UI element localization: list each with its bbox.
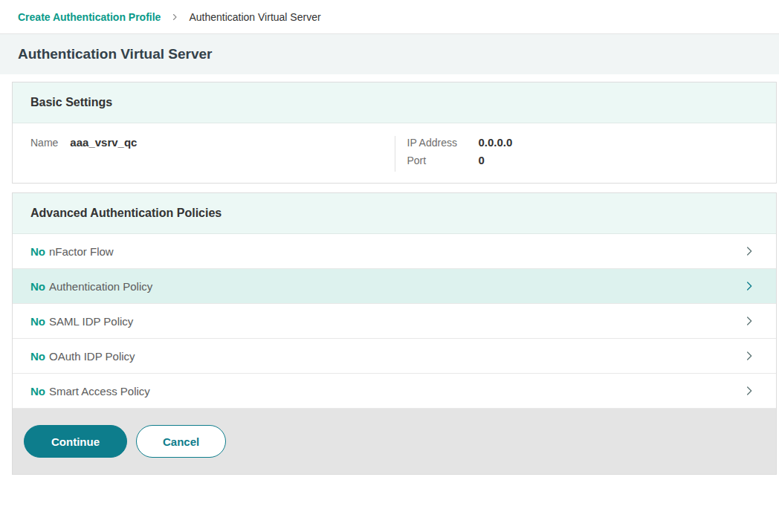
port-field: Port 0 [407, 154, 759, 166]
basic-settings-title: Basic Settings [30, 96, 758, 109]
policy-count: No [30, 315, 45, 328]
policy-label: nFactor Flow [49, 245, 114, 258]
policy-row-oauth-idp-policy[interactable]: No OAuth IDP Policy [13, 339, 776, 374]
policy-row-nfactor-flow[interactable]: No nFactor Flow [13, 234, 776, 269]
basic-settings-body: Name aaa_vsrv_qc IP Address 0.0.0.0 Port… [13, 123, 776, 183]
name-value: aaa_vsrv_qc [70, 136, 137, 149]
ip-address-value: 0.0.0.0 [479, 136, 513, 149]
basic-settings-right-column: IP Address 0.0.0.0 Port 0 [395, 136, 777, 172]
chevron-right-icon [743, 280, 755, 292]
footer-action-bar: Continue Cancel [13, 409, 776, 474]
policy-count: No [30, 280, 45, 293]
policy-count: No [30, 385, 45, 398]
port-label: Port [407, 155, 479, 166]
page-title-band: Authentication Virtual Server [0, 34, 779, 74]
policy-count: No [30, 245, 45, 258]
policy-label: SAML IDP Policy [49, 315, 133, 328]
policy-row-smart-access-policy[interactable]: No Smart Access Policy [13, 374, 776, 409]
name-label: Name [30, 137, 58, 149]
continue-button[interactable]: Continue [24, 425, 127, 458]
policy-row-authentication-policy[interactable]: No Authentication Policy [13, 269, 776, 304]
policy-label: Smart Access Policy [49, 385, 150, 398]
breadcrumb-current-page: Authentication Virtual Server [189, 11, 320, 23]
policy-row-saml-idp-policy[interactable]: No SAML IDP Policy [13, 304, 776, 339]
policy-label: Authentication Policy [49, 280, 152, 293]
ip-address-field: IP Address 0.0.0.0 [407, 136, 759, 149]
ip-address-label: IP Address [407, 137, 479, 149]
basic-settings-left-column: Name aaa_vsrv_qc [13, 136, 395, 172]
policy-label: OAuth IDP Policy [49, 350, 135, 363]
chevron-right-icon [743, 245, 755, 257]
chevron-right-icon [743, 385, 755, 397]
basic-settings-card: Basic Settings Name aaa_vsrv_qc IP Addre… [12, 82, 777, 184]
advanced-authentication-policies-card: Advanced Authentication Policies No nFac… [12, 192, 777, 475]
port-value: 0 [479, 154, 485, 166]
content-area: Basic Settings Name aaa_vsrv_qc IP Addre… [0, 74, 779, 475]
name-field: Name aaa_vsrv_qc [30, 136, 377, 149]
advanced-policies-title: Advanced Authentication Policies [30, 207, 758, 220]
breadcrumb-chevron-icon [170, 13, 179, 22]
chevron-right-icon [743, 315, 755, 327]
policy-count: No [30, 350, 45, 363]
chevron-right-icon [743, 350, 755, 362]
basic-settings-header: Basic Settings [13, 82, 776, 123]
advanced-policies-header: Advanced Authentication Policies [13, 193, 776, 234]
page-title: Authentication Virtual Server [18, 46, 213, 62]
cancel-button[interactable]: Cancel [136, 425, 226, 458]
breadcrumb: Create Authentication Profile Authentica… [0, 0, 779, 34]
breadcrumb-link-create-authentication-profile[interactable]: Create Authentication Profile [18, 11, 161, 23]
